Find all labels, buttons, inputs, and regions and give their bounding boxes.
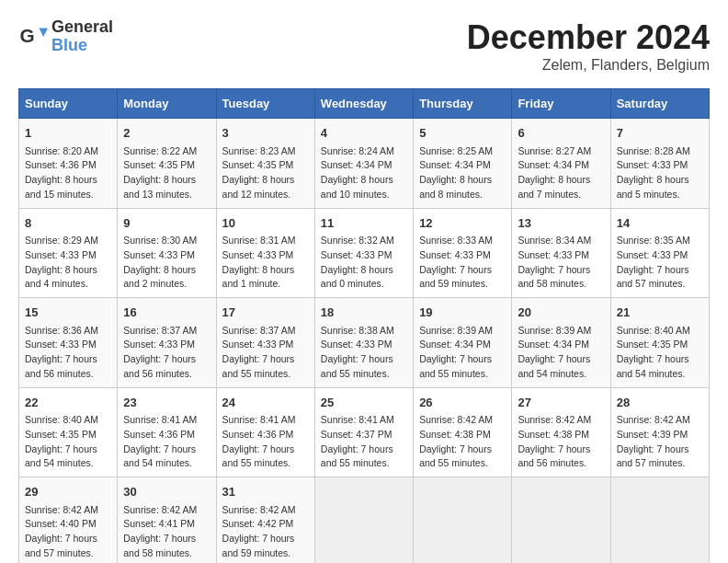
sunrise-label: Sunrise: 8:30 AM xyxy=(123,235,197,246)
calendar-cell: 23Sunrise: 8:41 AMSunset: 4:36 PMDayligh… xyxy=(118,387,216,477)
calendar-cell: 12Sunrise: 8:33 AMSunset: 4:33 PMDayligh… xyxy=(414,208,512,298)
day-header-sunday: Sunday xyxy=(19,89,118,119)
sunrise-label: Sunrise: 8:37 AM xyxy=(222,325,296,336)
sunrise-label: Sunrise: 8:38 AM xyxy=(321,325,394,336)
day-number: 11 xyxy=(321,214,407,233)
sunrise-label: Sunrise: 8:42 AM xyxy=(419,414,493,425)
sunset-label: Sunset: 4:36 PM xyxy=(25,159,97,170)
daylight-label: Daylight: 7 hours and 56 minutes. xyxy=(518,443,590,469)
calendar-row: 1Sunrise: 8:20 AMSunset: 4:36 PMDaylight… xyxy=(19,119,710,209)
sunset-label: Sunset: 4:34 PM xyxy=(321,159,392,170)
logo-icon: G xyxy=(18,22,48,52)
daylight-label: Daylight: 7 hours and 54 minutes. xyxy=(123,443,196,469)
daylight-label: Daylight: 7 hours and 55 minutes. xyxy=(321,353,393,379)
calendar-cell: 14Sunrise: 8:35 AMSunset: 4:33 PMDayligh… xyxy=(610,208,709,298)
sunset-label: Sunset: 4:38 PM xyxy=(419,429,491,440)
sunset-label: Sunset: 4:36 PM xyxy=(123,429,195,440)
calendar-cell: 28Sunrise: 8:42 AMSunset: 4:39 PMDayligh… xyxy=(610,387,709,477)
calendar-cell xyxy=(414,477,512,564)
day-header-wednesday: Wednesday xyxy=(314,89,413,119)
daylight-label: Daylight: 7 hours and 56 minutes. xyxy=(25,353,97,379)
daylight-label: Daylight: 8 hours and 8 minutes. xyxy=(419,174,492,200)
daylight-label: Daylight: 7 hours and 57 minutes. xyxy=(25,533,97,558)
calendar-row: 8Sunrise: 8:29 AMSunset: 4:33 PMDaylight… xyxy=(19,208,710,298)
sunrise-label: Sunrise: 8:25 AM xyxy=(419,145,493,156)
sunset-label: Sunset: 4:33 PM xyxy=(25,339,97,350)
sunset-label: Sunset: 4:41 PM xyxy=(123,518,195,529)
day-number: 2 xyxy=(123,124,210,143)
sunset-label: Sunset: 4:33 PM xyxy=(419,249,491,260)
daylight-label: Daylight: 7 hours and 54 minutes. xyxy=(518,353,590,379)
sunset-label: Sunset: 4:33 PM xyxy=(518,249,589,260)
daylight-label: Daylight: 7 hours and 54 minutes. xyxy=(25,443,97,469)
day-number: 21 xyxy=(617,304,703,322)
logo-line2: Blue xyxy=(51,37,113,55)
daylight-label: Daylight: 7 hours and 56 minutes. xyxy=(123,353,196,379)
daylight-label: Daylight: 7 hours and 59 minutes. xyxy=(222,533,295,558)
header-row: SundayMondayTuesdayWednesdayThursdayFrid… xyxy=(19,89,710,119)
sunrise-label: Sunrise: 8:42 AM xyxy=(222,504,296,515)
calendar-table: SundayMondayTuesdayWednesdayThursdayFrid… xyxy=(18,88,710,563)
calendar-cell: 11Sunrise: 8:32 AMSunset: 4:33 PMDayligh… xyxy=(314,208,413,298)
day-number: 29 xyxy=(25,483,111,501)
sunset-label: Sunset: 4:34 PM xyxy=(419,339,491,350)
sunrise-label: Sunrise: 8:20 AM xyxy=(25,145,98,156)
calendar-cell: 31Sunrise: 8:42 AMSunset: 4:42 PMDayligh… xyxy=(216,477,314,564)
sunset-label: Sunset: 4:35 PM xyxy=(617,339,688,350)
sunrise-label: Sunrise: 8:35 AM xyxy=(617,235,690,246)
logo-line1: General xyxy=(51,18,113,37)
day-header-tuesday: Tuesday xyxy=(216,89,314,119)
svg-marker-1 xyxy=(39,28,48,37)
day-number: 24 xyxy=(222,394,309,412)
calendar-cell: 26Sunrise: 8:42 AMSunset: 4:38 PMDayligh… xyxy=(414,387,512,477)
day-number: 14 xyxy=(617,214,703,233)
calendar-cell: 3Sunrise: 8:23 AMSunset: 4:35 PMDaylight… xyxy=(216,119,314,209)
calendar-cell: 21Sunrise: 8:40 AMSunset: 4:35 PMDayligh… xyxy=(610,298,709,388)
day-header-monday: Monday xyxy=(118,89,216,119)
sunrise-label: Sunrise: 8:42 AM xyxy=(25,504,98,515)
daylight-label: Daylight: 7 hours and 55 minutes. xyxy=(419,353,492,379)
daylight-label: Daylight: 7 hours and 55 minutes. xyxy=(419,443,492,469)
daylight-label: Daylight: 7 hours and 57 minutes. xyxy=(617,443,689,469)
day-number: 17 xyxy=(222,304,309,322)
sunset-label: Sunset: 4:33 PM xyxy=(222,249,294,260)
calendar-cell: 4Sunrise: 8:24 AMSunset: 4:34 PMDaylight… xyxy=(314,119,413,209)
daylight-label: Daylight: 7 hours and 59 minutes. xyxy=(419,264,492,290)
calendar-row: 22Sunrise: 8:40 AMSunset: 4:35 PMDayligh… xyxy=(19,387,710,477)
daylight-label: Daylight: 8 hours and 1 minute. xyxy=(222,264,295,290)
sunset-label: Sunset: 4:33 PM xyxy=(617,159,688,170)
day-number: 9 xyxy=(123,214,210,233)
sunset-label: Sunset: 4:42 PM xyxy=(222,518,294,529)
sunrise-label: Sunrise: 8:42 AM xyxy=(617,414,690,425)
daylight-label: Daylight: 8 hours and 0 minutes. xyxy=(321,264,393,290)
calendar-cell: 8Sunrise: 8:29 AMSunset: 4:33 PMDaylight… xyxy=(19,208,118,298)
calendar-cell: 1Sunrise: 8:20 AMSunset: 4:36 PMDaylight… xyxy=(19,119,118,209)
sunrise-label: Sunrise: 8:42 AM xyxy=(518,414,591,425)
day-header-thursday: Thursday xyxy=(414,89,512,119)
sunrise-label: Sunrise: 8:32 AM xyxy=(321,235,394,246)
day-number: 22 xyxy=(25,394,111,412)
sunrise-label: Sunrise: 8:41 AM xyxy=(222,414,296,425)
day-number: 12 xyxy=(419,214,506,233)
calendar-cell: 13Sunrise: 8:34 AMSunset: 4:33 PMDayligh… xyxy=(512,208,610,298)
page-subtitle: Zelem, Flanders, Belgium xyxy=(467,57,710,74)
sunset-label: Sunset: 4:40 PM xyxy=(25,518,97,529)
title-block: December 2024 Zelem, Flanders, Belgium xyxy=(467,18,710,74)
calendar-cell: 25Sunrise: 8:41 AMSunset: 4:37 PMDayligh… xyxy=(314,387,413,477)
daylight-label: Daylight: 7 hours and 58 minutes. xyxy=(518,264,590,290)
calendar-cell: 5Sunrise: 8:25 AMSunset: 4:34 PMDaylight… xyxy=(414,119,512,209)
daylight-label: Daylight: 7 hours and 55 minutes. xyxy=(321,443,393,469)
calendar-cell: 18Sunrise: 8:38 AMSunset: 4:33 PMDayligh… xyxy=(314,298,413,388)
sunrise-label: Sunrise: 8:39 AM xyxy=(518,325,591,336)
day-number: 6 xyxy=(518,124,604,143)
sunset-label: Sunset: 4:37 PM xyxy=(321,429,392,440)
day-number: 27 xyxy=(518,394,604,412)
daylight-label: Daylight: 8 hours and 5 minutes. xyxy=(617,174,689,200)
day-number: 26 xyxy=(419,394,506,412)
day-number: 18 xyxy=(321,304,407,322)
sunrise-label: Sunrise: 8:42 AM xyxy=(123,504,197,515)
day-number: 3 xyxy=(222,124,309,143)
sunset-label: Sunset: 4:33 PM xyxy=(321,249,392,260)
day-number: 5 xyxy=(419,124,506,143)
calendar-row: 15Sunrise: 8:36 AMSunset: 4:33 PMDayligh… xyxy=(19,298,710,388)
